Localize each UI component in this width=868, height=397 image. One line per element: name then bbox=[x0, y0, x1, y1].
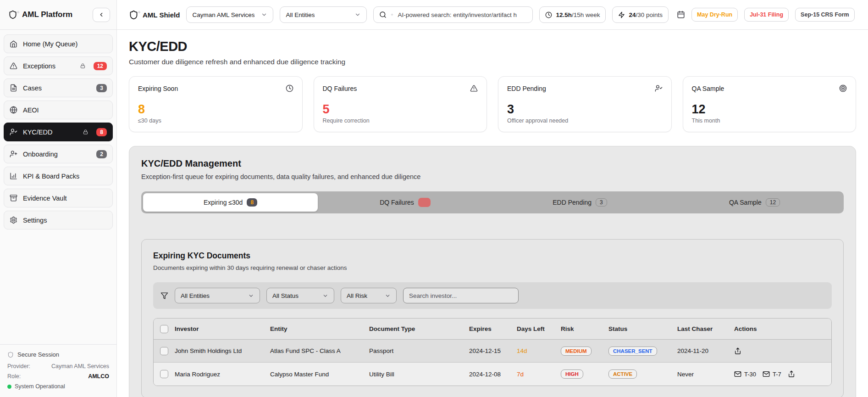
chaser-t30-button[interactable]: T-30 bbox=[734, 370, 756, 378]
cases-count-badge: 3 bbox=[96, 84, 107, 92]
sidebar-nav: Home (My Queue) Exceptions 12 Cases 3 AE… bbox=[0, 30, 116, 234]
search-input[interactable] bbox=[398, 11, 527, 18]
mail-icon bbox=[734, 370, 741, 378]
tab-count-badge: 8 bbox=[247, 198, 257, 207]
entities-select[interactable]: All Entities bbox=[280, 6, 367, 23]
vault-icon bbox=[10, 194, 17, 202]
col-last-chaser: Last Chaser bbox=[677, 325, 734, 332]
cell-investor: Maria Rodriguez bbox=[175, 371, 270, 378]
clock-icon bbox=[545, 11, 552, 18]
sidebar-item-kpi[interactable]: KPI & Board Packs bbox=[4, 167, 113, 185]
sidebar: AML Platform Home (My Queue) Exceptions … bbox=[0, 0, 117, 397]
sidebar-item-label: AEOI bbox=[23, 106, 107, 114]
exceptions-count-badge: 12 bbox=[94, 62, 107, 70]
filter-bar: All Entities All Status All Risk bbox=[153, 282, 832, 309]
chevron-down-icon bbox=[385, 293, 391, 299]
tab-edd-pending[interactable]: EDD Pending 3 bbox=[492, 193, 667, 212]
role-label: Role: bbox=[7, 373, 21, 380]
upload-icon bbox=[788, 370, 795, 378]
row-checkbox[interactable] bbox=[160, 370, 168, 378]
provider-value: Cayman AML Services bbox=[51, 363, 109, 369]
sidebar-item-label: Home (My Queue) bbox=[23, 40, 107, 48]
stat-caption: Require correction bbox=[323, 117, 478, 124]
home-icon bbox=[10, 40, 17, 48]
col-entity: Entity bbox=[270, 325, 369, 332]
select-all-checkbox[interactable] bbox=[160, 325, 168, 333]
tab-dq-failures[interactable]: DQ Failures bbox=[318, 193, 492, 212]
cell-entity: Atlas Fund SPC - Class A bbox=[270, 347, 369, 354]
provider-select[interactable]: Cayman AML Services bbox=[186, 6, 273, 23]
col-days-left: Days Left bbox=[517, 325, 561, 332]
sidebar-item-cases[interactable]: Cases 3 bbox=[4, 78, 113, 97]
sidebar-item-settings[interactable]: Settings bbox=[4, 211, 113, 229]
filter-entities-value: All Entities bbox=[181, 292, 210, 299]
cell-last-chaser: 2024-11-20 bbox=[677, 347, 734, 354]
sidebar-item-exceptions[interactable]: Exceptions 12 bbox=[4, 56, 113, 75]
table-row: John Smith Holdings Ltd Atlas Fund SPC -… bbox=[154, 340, 831, 363]
filter-status-select[interactable]: All Status bbox=[266, 288, 334, 303]
tab-count-badge: 3 bbox=[596, 198, 607, 207]
onboarding-count-badge: 2 bbox=[96, 150, 107, 158]
col-expires: Expires bbox=[469, 325, 517, 332]
cell-expires: 2024-12-08 bbox=[469, 371, 517, 378]
sparkle-icon bbox=[16, 8, 20, 16]
filter-status-value: All Status bbox=[272, 292, 299, 299]
cell-document-type: Utility Bill bbox=[369, 371, 469, 378]
filter-entities-select[interactable]: All Entities bbox=[175, 288, 260, 303]
brand: AML Shield bbox=[129, 10, 180, 20]
tab-label: Expiring ≤30d bbox=[204, 199, 243, 206]
expiring-documents-card: Expiring KYC Documents Documents expirin… bbox=[141, 239, 844, 397]
cell-document-type: Passport bbox=[369, 347, 469, 354]
tab-qa-sample[interactable]: QA Sample 12 bbox=[667, 193, 842, 212]
upload-button[interactable] bbox=[734, 347, 741, 355]
sidebar-item-evidence-vault[interactable]: Evidence Vault bbox=[4, 189, 113, 207]
risk-badge: HIGH bbox=[561, 369, 583, 379]
stat-card-dq-failures: DQ Failures 5 Require correction bbox=[314, 76, 487, 132]
management-title: KYC/EDD Management bbox=[141, 158, 844, 169]
investor-search-input[interactable] bbox=[409, 292, 513, 299]
investor-search bbox=[403, 288, 519, 303]
sidebar-item-home[interactable]: Home (My Queue) bbox=[4, 34, 113, 53]
sidebar-item-kyc-edd[interactable]: KYC/EDD 8 bbox=[4, 123, 113, 141]
secure-shield-icon bbox=[7, 352, 14, 358]
sidebar-item-aeoi[interactable]: AEOI bbox=[4, 101, 113, 119]
row-checkbox[interactable] bbox=[160, 347, 168, 355]
topbar: AML Shield Cayman AML Services All Entit… bbox=[117, 0, 868, 30]
bar-chart-icon bbox=[10, 172, 17, 180]
page-title: KYC/EDD bbox=[129, 39, 856, 54]
stat-card-qa-sample: QA Sample 12 This month bbox=[683, 76, 857, 132]
stat-value: 8 bbox=[138, 102, 293, 117]
filter-risk-select[interactable]: All Risk bbox=[341, 288, 397, 303]
points-chip: 24/30 points bbox=[612, 6, 669, 23]
brand-name: AML Shield bbox=[143, 11, 180, 19]
system-status: System Operational bbox=[7, 383, 109, 390]
table-row: Maria Rodriguez Calypso Master Fund Util… bbox=[154, 363, 831, 386]
cell-days-left: 7d bbox=[517, 371, 561, 378]
brand-shield-icon bbox=[129, 10, 138, 20]
table-header-row: Investor Entity Document Type Expires Da… bbox=[154, 319, 831, 340]
chaser-label: T-30 bbox=[744, 371, 756, 378]
app-root: AML Platform Home (My Queue) Exceptions … bbox=[0, 0, 868, 397]
upload-icon bbox=[734, 347, 741, 355]
upload-button[interactable] bbox=[788, 370, 795, 378]
stat-value: 12 bbox=[692, 102, 847, 117]
col-document-type: Document Type bbox=[369, 325, 469, 332]
sidebar-collapse-button[interactable] bbox=[93, 8, 110, 22]
provider-label: Provider: bbox=[7, 363, 30, 369]
user-plus-icon bbox=[10, 150, 17, 158]
chaser-t7-button[interactable]: T-7 bbox=[763, 370, 781, 378]
stat-title: Expiring Soon bbox=[138, 85, 178, 92]
hours-suffix: /15h week bbox=[572, 11, 600, 18]
chevron-down-icon bbox=[248, 293, 254, 299]
globe-icon bbox=[10, 106, 17, 114]
sparkle-icon bbox=[137, 8, 141, 16]
role-value: AMLCO bbox=[88, 373, 109, 380]
col-investor: Investor bbox=[175, 325, 270, 332]
entities-select-value: All Entities bbox=[286, 11, 315, 18]
expiring-table: Investor Entity Document Type Expires Da… bbox=[153, 318, 832, 386]
cell-days-left: 14d bbox=[517, 347, 561, 354]
tab-expiring-30d[interactable]: Expiring ≤30d 8 bbox=[143, 193, 318, 212]
sidebar-item-onboarding[interactable]: Onboarding 2 bbox=[4, 145, 113, 163]
risk-badge: MEDIUM bbox=[561, 347, 592, 356]
col-actions: Actions bbox=[734, 325, 831, 332]
